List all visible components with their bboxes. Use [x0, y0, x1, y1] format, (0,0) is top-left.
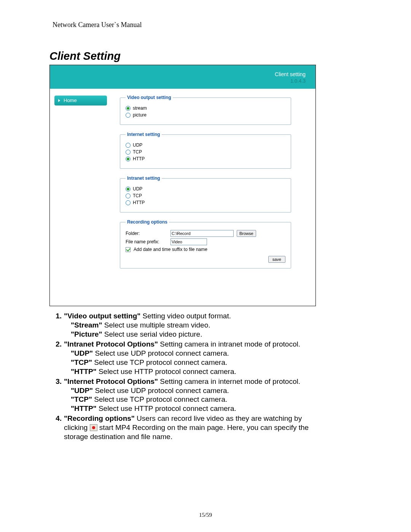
item2-tcp-t: Select use TCP protocol connect camera.	[92, 358, 227, 366]
radio-intranet-tcp[interactable]	[126, 193, 131, 198]
banner-title: Client setting	[275, 71, 306, 77]
radio-intranet-http[interactable]	[126, 200, 131, 205]
item1-picture-b: "Picture"	[71, 330, 102, 338]
folder-input[interactable]	[170, 230, 234, 237]
radio-intranet-tcp-label: TCP	[133, 193, 142, 198]
radio-intranet-http-label: HTTP	[133, 200, 145, 205]
item1-picture-t: Select use serial video picture.	[102, 330, 202, 338]
item3-http-b: "HTTP"	[71, 404, 97, 412]
item3-http-t: Select use HTTP protocol connect camera.	[97, 404, 236, 412]
radio-internet-udp-label: UDP	[133, 142, 142, 148]
internet-setting-legend: Internet setting	[126, 132, 162, 137]
item2-text: Setting camera in intranet mode of proto…	[158, 340, 300, 348]
prefix-input[interactable]	[170, 238, 207, 245]
item1-stream-t: Select use multiple stream video.	[102, 321, 210, 329]
item4-line2b: start MP4 Recording on the main page. He…	[99, 423, 309, 431]
item1-stream-b: "Stream"	[71, 321, 102, 329]
item2-title: "Intranet Protocol Options"	[64, 340, 158, 348]
item2-http-t: Select use HTTP protocol connect camera.	[97, 367, 236, 375]
item1-title: "Video output setting"	[64, 312, 140, 320]
intranet-setting-group: Intranet setting UDP TCP HTTP	[120, 176, 291, 212]
video-output-legend: Video output setting	[126, 95, 173, 100]
banner: Client setting 1.0.4.3	[50, 65, 315, 89]
radio-intranet-udp[interactable]	[126, 187, 131, 192]
banner-version: 1.0.4.3	[290, 78, 306, 84]
radio-internet-tcp[interactable]	[126, 150, 131, 155]
item2-number: 2.	[49, 340, 64, 349]
radio-intranet-udp-label: UDP	[133, 186, 142, 192]
item4-title: "Recording options"	[64, 414, 135, 422]
save-button[interactable]: save	[268, 256, 285, 263]
suffix-checkbox[interactable]	[126, 247, 131, 252]
item1-number: 1.	[49, 312, 64, 321]
page-number: 15/59	[0, 512, 411, 518]
recording-options-group: Recording options Folder: Browse File na…	[120, 219, 291, 268]
radio-internet-http[interactable]	[126, 157, 131, 161]
item3-number: 3.	[49, 377, 64, 386]
recording-options-legend: Recording options	[126, 219, 169, 225]
radio-stream-label: stream	[133, 105, 147, 111]
item3-tcp-b: "TCP"	[71, 395, 92, 403]
item4-line3: storage destination and file name.	[64, 432, 333, 441]
browse-button[interactable]: Browse	[237, 230, 256, 237]
client-setting-panel: Client setting 1.0.4.3 Home Video output…	[49, 65, 316, 306]
radio-internet-http-label: HTTP	[133, 156, 145, 161]
internet-setting-group: Internet setting UDP TCP HTTP	[120, 132, 291, 169]
radio-internet-udp[interactable]	[126, 143, 131, 148]
record-icon	[90, 424, 97, 431]
item4-text: Users can record live video as they are …	[135, 414, 302, 422]
item2-udp-t: Select use UDP protocol connect camera.	[93, 349, 229, 357]
item3-udp-t: Select use UDP protocol connect camera.	[93, 387, 229, 395]
item1-text: Setting video output format.	[140, 312, 231, 320]
prefix-label: File name prefix:	[126, 239, 167, 244]
item3-title: "Internet Protocol Options"	[64, 377, 158, 385]
sidebar: Home	[54, 96, 112, 105]
suffix-label: Add date and time suffix to file name	[134, 247, 207, 252]
item4-line2a: clicking	[64, 423, 90, 431]
config-area: Video output setting stream picture Inte…	[120, 95, 303, 275]
radio-stream[interactable]	[126, 106, 131, 111]
folder-label: Folder:	[126, 231, 167, 236]
item2-http-b: "HTTP"	[71, 367, 97, 375]
radio-picture[interactable]	[126, 113, 131, 118]
item4-number: 4.	[49, 414, 64, 423]
home-button[interactable]: Home	[54, 96, 107, 105]
item3-tcp-t: Select use TCP protocol connect camera.	[92, 395, 227, 403]
video-output-group: Video output setting stream picture	[120, 95, 291, 125]
intranet-setting-legend: Intranet setting	[126, 176, 162, 181]
section-heading: Client Setting	[49, 50, 365, 62]
item2-tcp-b: "TCP"	[71, 358, 92, 366]
item2-udp-b: "UDP"	[71, 349, 93, 357]
description-list: 1. "Video output setting" Setting video …	[49, 312, 333, 441]
item3-text: Setting camera in internet mode of proto…	[158, 377, 300, 385]
doc-header: Network Camera User`s Manual	[53, 21, 365, 29]
radio-picture-label: picture	[133, 112, 147, 118]
radio-internet-tcp-label: TCP	[133, 149, 142, 155]
item3-udp-b: "UDP"	[71, 387, 93, 395]
